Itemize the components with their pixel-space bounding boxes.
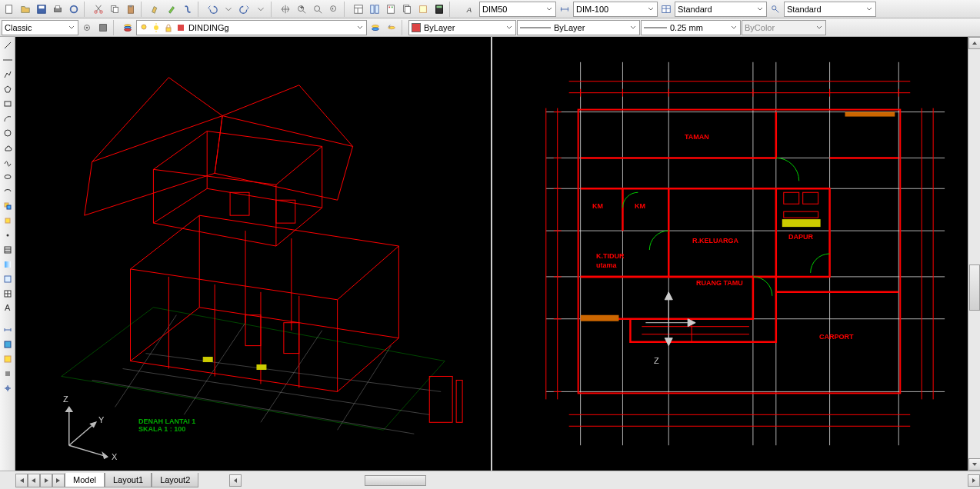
sheet-set-icon[interactable]	[399, 2, 415, 17]
script-icon[interactable]	[180, 2, 195, 17]
redo-icon[interactable]	[237, 2, 252, 17]
polyline-icon[interactable]	[1, 68, 15, 82]
vertical-scrollbar[interactable]	[968, 37, 980, 471]
region-icon[interactable]	[1, 272, 15, 286]
svg-rect-66	[5, 247, 11, 253]
spline-icon[interactable]	[1, 155, 15, 169]
open-icon[interactable]	[18, 2, 33, 17]
workspace-settings-icon[interactable]	[79, 20, 95, 35]
layer-manager-icon[interactable]	[120, 20, 135, 35]
tab-first-icon[interactable]	[15, 474, 28, 487]
dim-style-icon[interactable]	[557, 2, 572, 17]
text-style-dropdown[interactable]: Standard	[784, 2, 876, 17]
print-icon[interactable]	[50, 2, 65, 17]
revcloud-icon[interactable]	[1, 141, 15, 155]
scroll-left-icon[interactable]	[229, 474, 242, 487]
dim-style-dropdown[interactable]: DIM50	[479, 2, 556, 17]
svg-rect-117	[203, 358, 212, 362]
insert-block-icon[interactable]	[1, 199, 15, 213]
brush-icon[interactable]	[164, 2, 179, 17]
paste-icon[interactable]	[123, 2, 138, 17]
text-style-icon[interactable]: A	[463, 2, 478, 17]
chevron-down-icon	[756, 5, 764, 13]
region-mass-icon[interactable]	[1, 352, 15, 366]
quickcalc-icon[interactable]	[432, 2, 447, 17]
distance-icon[interactable]	[1, 323, 15, 337]
gradient-icon[interactable]	[1, 258, 15, 271]
scroll-right-icon[interactable]	[968, 474, 980, 487]
hatch-icon[interactable]	[1, 243, 15, 257]
horizontal-scrollbar[interactable]	[229, 474, 980, 487]
make-block-icon[interactable]	[1, 214, 15, 228]
locate-point-icon[interactable]	[1, 381, 15, 395]
tab-prev-icon[interactable]	[28, 474, 40, 487]
cut-icon[interactable]	[91, 2, 106, 17]
pan-icon[interactable]	[278, 2, 293, 17]
zoom-window-icon[interactable]	[310, 2, 325, 17]
design-center-icon[interactable]	[367, 2, 382, 17]
lineweight-preview-icon	[644, 25, 667, 31]
zoom-realtime-icon[interactable]: +	[294, 2, 309, 17]
linetype-dropdown[interactable]: ByLayer	[517, 20, 640, 35]
svg-point-41	[86, 26, 88, 28]
tab-next-icon[interactable]	[40, 474, 52, 487]
polygon-icon[interactable]	[1, 82, 15, 96]
table-style-icon[interactable]	[658, 2, 674, 17]
match-props-icon[interactable]	[148, 2, 163, 17]
point-icon[interactable]	[1, 228, 15, 242]
svg-rect-64	[5, 218, 10, 223]
workspace-dropdown[interactable]: Classic	[2, 20, 78, 35]
lineweight-dropdown[interactable]: 0.25 mm	[641, 20, 741, 35]
copy-icon[interactable]	[107, 2, 122, 17]
list-icon[interactable]	[1, 367, 15, 381]
tool-palettes-icon[interactable]	[383, 2, 398, 17]
svg-text:+: +	[299, 4, 304, 12]
save-icon[interactable]	[34, 2, 49, 17]
tab-layout2[interactable]: Layout2	[152, 473, 198, 487]
circle-icon[interactable]	[1, 126, 15, 140]
scroll-thumb[interactable]	[969, 264, 980, 311]
dim-style2-dropdown[interactable]: DIM-100	[573, 2, 658, 17]
construction-line-icon[interactable]	[1, 53, 15, 67]
arc-icon[interactable]	[1, 111, 15, 125]
hscroll-thumb[interactable]	[365, 475, 426, 486]
svg-rect-160	[784, 211, 818, 218]
multileader-style-icon[interactable]	[768, 2, 783, 17]
undo-icon[interactable]	[205, 2, 220, 17]
ellipse-arc-icon[interactable]	[1, 185, 15, 198]
color-dropdown[interactable]: ByLayer	[408, 20, 516, 35]
dropdown-arrow-icon[interactable]	[253, 2, 268, 17]
properties-icon[interactable]	[351, 2, 366, 17]
svg-line-91	[261, 331, 322, 423]
tab-layout1[interactable]: Layout1	[105, 473, 152, 487]
room-dapur: DAPUR	[788, 233, 813, 241]
mtext-icon[interactable]: A	[1, 301, 15, 315]
plotstyle-dropdown[interactable]: ByColor	[742, 20, 826, 35]
svg-rect-28	[420, 5, 427, 12]
zoom-previous-icon[interactable]	[326, 2, 342, 17]
scroll-down-icon[interactable]	[968, 458, 980, 471]
table-style-dropdown[interactable]: Standard	[675, 2, 767, 17]
new-icon[interactable]	[2, 2, 17, 17]
tab-last-icon[interactable]	[52, 474, 65, 487]
room-ktidur: K.TIDUR	[596, 252, 625, 260]
layer-dropdown[interactable]: DINDINGg	[136, 20, 367, 35]
area-icon[interactable]	[1, 338, 15, 351]
ellipse-icon[interactable]	[1, 170, 15, 184]
svg-point-47	[154, 25, 158, 30]
svg-rect-51	[178, 25, 184, 31]
layer-previous-icon[interactable]	[384, 20, 399, 35]
table-icon[interactable]	[1, 287, 15, 301]
workspace-save-icon[interactable]	[95, 20, 111, 35]
dropdown-arrow-icon[interactable]	[221, 2, 236, 17]
viewport-3d[interactable]: DENAH LANTAI 1 SKALA 1 : 100 X Y Z	[15, 37, 491, 471]
viewport-plan[interactable]: TAMAN KM KM R.KELUARGA DAPUR K.TIDUR uta…	[491, 37, 968, 471]
scroll-up-icon[interactable]	[968, 37, 980, 49]
svg-line-110	[299, 85, 353, 147]
rectangle-icon[interactable]	[1, 97, 15, 111]
line-icon[interactable]	[1, 38, 15, 52]
tab-model[interactable]: Model	[65, 473, 105, 487]
plot-preview-icon[interactable]	[66, 2, 82, 17]
markup-icon[interactable]	[415, 2, 431, 17]
layer-states-icon[interactable]	[368, 20, 383, 35]
